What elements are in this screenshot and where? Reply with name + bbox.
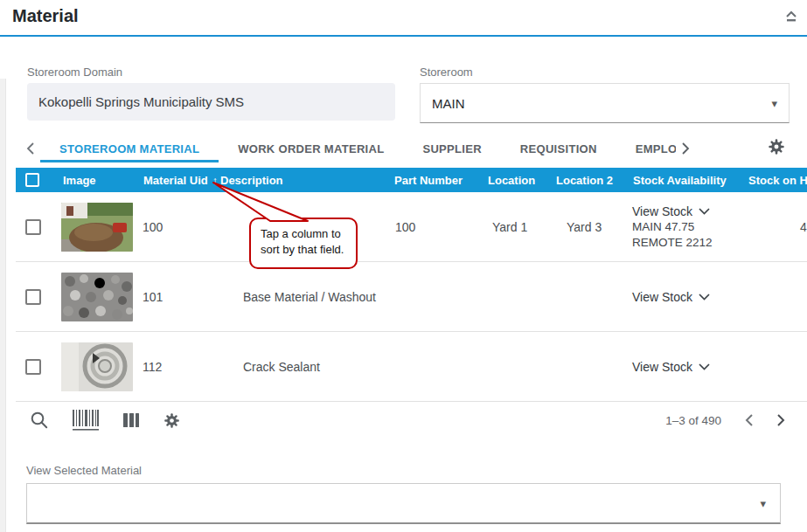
dropdown-arrow-icon: ▾ [771, 97, 777, 110]
list-settings-gear-button[interactable] [163, 411, 181, 430]
pagination: 1–3 of 490 [665, 412, 788, 428]
collapse-chevron-up-icon [783, 13, 799, 26]
chevron-right-icon [679, 141, 692, 156]
tab-requisition[interactable]: REQUISITION [501, 131, 616, 166]
description-cell: Crack Sealant [219, 360, 389, 374]
column-header-part-number[interactable]: Part Number [389, 174, 483, 187]
table-row: 100 100 Yard 1 Yard 3 View Stock MAIN 47… [16, 192, 807, 262]
left-panel-edge [0, 79, 6, 532]
column-header-material-uid[interactable]: Material Uid↑ [140, 174, 219, 187]
view-stock-toggle[interactable]: View Stock [632, 290, 743, 304]
storeroom-domain-label: Storeroom Domain [27, 66, 122, 79]
view-stock-toggle[interactable]: View Stock [632, 360, 743, 374]
tab-bar: STOREROOM MATERIAL WORK ORDER MATERIAL S… [16, 131, 807, 166]
tab-work-order-material[interactable]: WORK ORDER MATERIAL [219, 131, 403, 166]
tab-settings-gear-button[interactable] [767, 137, 786, 159]
storeroom-domain-input[interactable]: Kokopelli Springs Municipality SMS [27, 83, 395, 121]
chevron-down-icon [699, 294, 710, 301]
next-page-button[interactable] [774, 412, 788, 428]
view-selected-material-select[interactable]: ▾ [26, 483, 781, 524]
table-row: 101 Base Material / Washout View Stock [16, 262, 807, 332]
pagination-range: 1–3 of 490 [665, 414, 721, 427]
location-cell: Yard 1 [483, 220, 551, 234]
description-cell: Base Material / Washout [219, 290, 389, 304]
stock-detail-line: REMOTE 2212 [632, 236, 743, 250]
stock-availability-cell: View Stock MAIN 47.75 REMOTE 2212 [628, 204, 743, 250]
table-row: 112 Crack Sealant View Stock [16, 332, 807, 402]
collapse-panel-button[interactable] [782, 8, 801, 28]
stock-availability-cell: View Stock [628, 360, 743, 374]
material-thumbnail-dirt-pile [61, 203, 133, 252]
row-checkbox[interactable] [25, 359, 41, 375]
tab-employee[interactable]: EMPLO [616, 131, 676, 166]
stock-detail-line: MAIN 47.75 [632, 220, 743, 234]
column-header-stock-on-hand[interactable]: Stock on H [743, 174, 807, 187]
material-uid-cell: 112 [140, 360, 219, 374]
stock-availability-cell: View Stock [628, 290, 743, 304]
material-uid-cell: 101 [140, 290, 219, 304]
row-checkbox[interactable] [25, 289, 41, 305]
tab-supplier[interactable]: SUPPLIER [403, 131, 500, 166]
chevron-right-icon [774, 412, 788, 428]
chevron-down-icon [699, 208, 710, 215]
barcode-scan-button[interactable] [72, 409, 100, 432]
column-header-location[interactable]: Location [483, 174, 551, 187]
storeroom-select[interactable]: MAIN ▾ [420, 83, 790, 123]
chevron-down-icon [699, 363, 710, 370]
material-page: Material Storeroom Domain Kokopelli Spri… [0, 0, 807, 532]
search-icon [30, 411, 49, 430]
storeroom-label: Storeroom [420, 66, 473, 79]
tabs-scroll-left-button[interactable] [23, 139, 38, 158]
row-checkbox[interactable] [25, 219, 41, 235]
material-thumbnail-crack-sealant [61, 342, 133, 391]
select-all-checkbox[interactable] [25, 173, 39, 187]
part-number-cell: 100 [389, 220, 483, 234]
column-header-stock-availability[interactable]: Stock Availability [628, 174, 743, 187]
list-toolbar [30, 409, 181, 432]
columns-icon [122, 411, 140, 429]
storeroom-select-value: MAIN [432, 96, 771, 111]
material-uid-cell: 100 [140, 220, 219, 234]
sort-ascending-icon: ↑ [212, 174, 219, 187]
stock-on-hand-cell: 47.75 [743, 220, 807, 234]
column-header-description[interactable]: Description [219, 174, 389, 187]
barcode-icon [72, 409, 100, 432]
view-selected-material-label: View Selected Material [26, 464, 142, 477]
location-2-cell: Yard 3 [551, 220, 628, 234]
tab-storeroom-material[interactable]: STOREROOM MATERIAL [40, 131, 219, 166]
gear-icon [767, 146, 786, 159]
column-header-location-2[interactable]: Location 2 [551, 174, 628, 187]
tabs-scroll-right-button[interactable] [678, 139, 693, 158]
previous-page-button[interactable] [742, 412, 756, 428]
dropdown-arrow-icon: ▾ [760, 497, 766, 510]
search-button[interactable] [30, 411, 49, 430]
table-header-row: Image Material Uid↑ Description Part Num… [16, 168, 807, 192]
chevron-left-icon [742, 412, 756, 428]
sort-hint-callout: Tap a column to sort by that field. [249, 218, 358, 269]
chevron-left-icon [24, 141, 37, 156]
columns-view-button[interactable] [122, 411, 140, 429]
title-divider [0, 35, 807, 37]
page-title: Material [12, 6, 79, 26]
gear-icon [163, 411, 181, 430]
material-table: Image Material Uid↑ Description Part Num… [16, 168, 807, 402]
material-thumbnail-gravel [61, 273, 133, 321]
view-stock-toggle[interactable]: View Stock [632, 204, 743, 218]
column-header-image[interactable]: Image [52, 174, 140, 187]
